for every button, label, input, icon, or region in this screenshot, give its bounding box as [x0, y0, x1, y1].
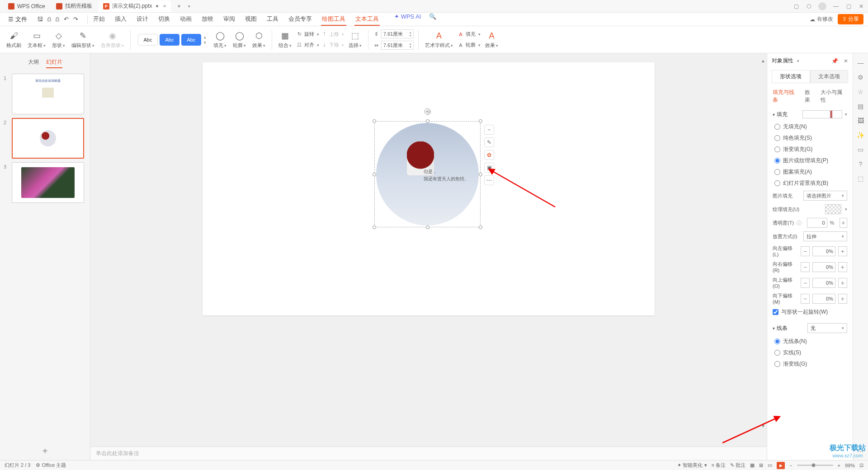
cube-icon[interactable]: ⬡	[806, 3, 812, 9]
style-gallery[interactable]: Abc Abc Abc ▴▾	[135, 34, 209, 46]
chevron-down-icon[interactable]: ▾	[773, 112, 775, 117]
avatar-icon[interactable]	[818, 2, 826, 10]
line-solid[interactable]: 实线(S)	[773, 347, 847, 358]
tab-tools[interactable]: 工具	[266, 13, 279, 26]
off-top-input[interactable]: 0 %	[812, 278, 835, 288]
view-normal-icon[interactable]: ▦	[750, 462, 755, 468]
off-left-minus[interactable]: −	[801, 246, 810, 256]
edit-shape-button[interactable]: ✎编辑形状▾	[70, 30, 96, 49]
resize-handle-n[interactable]	[426, 119, 429, 123]
tab-animation[interactable]: 动画	[179, 13, 193, 26]
view-reading-icon[interactable]: ▭	[768, 462, 772, 468]
text-fill-button[interactable]: 填充	[466, 31, 476, 38]
style-preset-2[interactable]: Abc	[160, 34, 179, 46]
comments-toggle[interactable]: ✎ 批注	[730, 462, 745, 469]
off-right-plus[interactable]: +	[838, 262, 847, 272]
subtab-size[interactable]: 大小与属性	[821, 89, 847, 104]
template-icon[interactable]: ⬚	[857, 174, 865, 183]
texture-preview[interactable]	[825, 204, 841, 214]
line-none[interactable]: 无线条(N)	[773, 336, 847, 347]
opacity-plus[interactable]: +	[840, 218, 847, 228]
resize-handle-ne[interactable]	[479, 119, 482, 123]
off-top-minus[interactable]: −	[801, 278, 810, 288]
line-dropdown[interactable]: 无▾	[807, 323, 847, 333]
slide-canvas[interactable]: ⟲ 但是，我还有贤天人的热情。 − ✎ ✿	[203, 62, 655, 315]
search-icon[interactable]: 🔍	[429, 13, 436, 26]
fill-preview[interactable]	[802, 110, 842, 118]
resize-handle-w[interactable]	[373, 173, 376, 176]
star-icon[interactable]: ☆	[857, 88, 865, 96]
resize-handle-s[interactable]	[426, 226, 429, 229]
beautify-icon[interactable]: ✿	[484, 150, 494, 160]
off-top-plus[interactable]: +	[838, 278, 847, 288]
resize-handle-se[interactable]	[479, 226, 482, 229]
tab-view[interactable]: 视图	[244, 13, 258, 26]
style-preset-3[interactable]: Abc	[181, 34, 201, 46]
tab-review[interactable]: 审阅	[222, 13, 236, 26]
width-input[interactable]: 7.61厘米▴▾	[381, 41, 414, 50]
theme-label[interactable]: ⚙ Office 主题	[36, 462, 66, 469]
save-icon[interactable]: 🖫	[37, 16, 43, 23]
window-restore-icon[interactable]: ▢	[793, 3, 799, 9]
off-left-plus[interactable]: +	[838, 246, 847, 256]
tab-drawing-tools[interactable]: 绘图工具	[321, 13, 346, 26]
edit-icon[interactable]: ✎	[484, 137, 494, 147]
view-sorter-icon[interactable]: ⊞	[759, 462, 763, 468]
select-button[interactable]: ⬚选择▾	[347, 30, 363, 49]
modified-status[interactable]: ☁有修改	[810, 15, 833, 23]
text-effect[interactable]: A效果▾	[483, 30, 500, 49]
effect-button[interactable]: ⬡效果▾	[250, 30, 267, 49]
layers-icon[interactable]: ▤	[857, 102, 865, 110]
resize-handle-sw[interactable]	[373, 226, 376, 229]
off-right-input[interactable]: 0 %	[812, 262, 835, 272]
crop-icon[interactable]: ▣	[484, 163, 494, 173]
fill-picture[interactable]: 图片或纹理填充(P)	[773, 155, 847, 166]
share-button[interactable]: ⇪ 分享	[838, 14, 863, 24]
group-button[interactable]: ▦组合▾	[277, 30, 293, 49]
wps-ai[interactable]: ✦ WPS AI	[394, 13, 421, 26]
menu-file[interactable]: ☰文件	[5, 14, 31, 24]
tab-design[interactable]: 设计	[136, 13, 149, 26]
rotate-with-shape[interactable]: 与形状一起旋转(W)	[773, 306, 847, 318]
fill-slidebg[interactable]: 幻灯片背景填充(B)	[773, 178, 847, 189]
slide-icon[interactable]: ▭	[857, 146, 865, 154]
tab-outline[interactable]: 大纲	[28, 57, 39, 68]
selected-shape[interactable]: ⟲ 但是，我还有贤天人的热情。 − ✎ ✿	[374, 121, 481, 227]
gallery-down-icon[interactable]: ▾	[204, 40, 206, 45]
zoom-value[interactable]: 99%	[845, 463, 855, 468]
off-bottom-plus[interactable]: +	[838, 294, 847, 304]
resize-handle-e[interactable]	[479, 173, 482, 176]
print-preview-icon[interactable]: ⎙	[56, 16, 59, 23]
print-icon[interactable]: ⎙	[47, 16, 51, 23]
new-tab-button[interactable]: +	[173, 0, 185, 12]
add-slide-button[interactable]: +	[0, 442, 90, 460]
tab-shape-options[interactable]: 形状选项	[772, 70, 810, 83]
wordart-style[interactable]: A艺术字样式▾	[423, 30, 455, 49]
smart-beautify[interactable]: ✦ 智能美化 ▾	[677, 462, 707, 469]
tab-insert[interactable]: 插入	[114, 13, 127, 26]
slideshow-button[interactable]: ▶	[777, 462, 785, 469]
tab-wps[interactable]: WPS Office	[4, 0, 50, 12]
zoom-in-button[interactable]: +	[838, 463, 840, 468]
slide-thumb-3[interactable]: 3	[4, 162, 86, 203]
outline-button[interactable]: ◯轮廓▾	[231, 30, 248, 49]
slide-thumb-1[interactable]: 1 请在此处添加标题	[4, 74, 86, 114]
tab-slideshow[interactable]: 放映	[201, 13, 214, 26]
tab-transition[interactable]: 切换	[157, 13, 171, 26]
text-outline-button[interactable]: 轮廓	[466, 42, 476, 48]
help-icon[interactable]: ?	[857, 160, 865, 168]
fill-solid[interactable]: 纯色填充(S)	[773, 132, 847, 144]
tab-text-tools[interactable]: 文本工具	[354, 13, 380, 26]
close-panel-icon[interactable]: ✕	[844, 58, 848, 64]
undo-icon[interactable]: ↶	[64, 16, 69, 23]
tile-select[interactable]: 拉伸▾	[803, 231, 847, 241]
zoom-slider[interactable]	[797, 465, 833, 466]
notes-toggle[interactable]: ≡ 备注	[712, 462, 726, 469]
tab-slides[interactable]: 幻灯片	[46, 57, 62, 68]
tab-document[interactable]: P演示文稿(2).pptx✕	[99, 0, 171, 12]
tab-text-options[interactable]: 文本选项	[810, 70, 849, 83]
slide-thumb-2[interactable]: 2	[4, 118, 86, 159]
off-bottom-input[interactable]: 0 %	[812, 294, 835, 304]
opacity-input[interactable]: 0	[807, 218, 827, 228]
subtab-effect[interactable]: 效果	[805, 89, 816, 104]
